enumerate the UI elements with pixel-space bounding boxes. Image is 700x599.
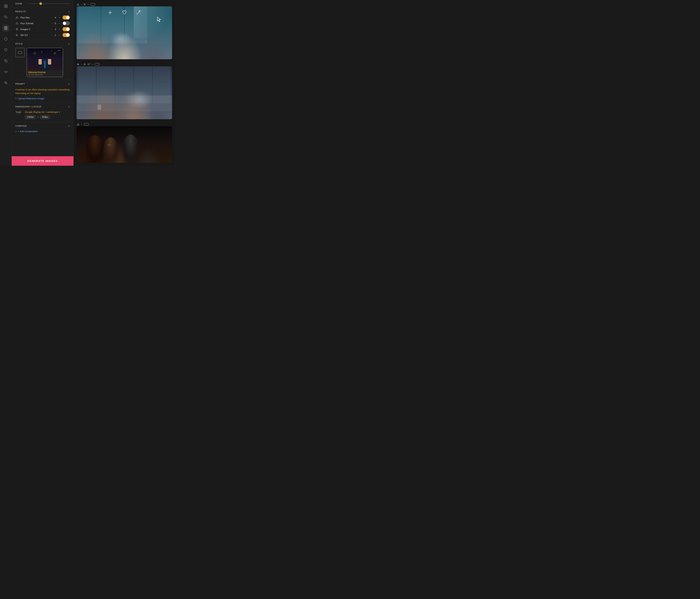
wave-icon[interactable] [3,69,9,75]
document-icon[interactable] [3,25,9,31]
upload-label: Upload Reference Image [18,97,44,100]
image1-overlay-icons [77,10,172,15]
image-placeholder-3 [77,126,172,163]
zoom-slider[interactable] [27,3,70,4]
svg-rect-24 [95,63,100,66]
pill-icon-2 [95,63,100,66]
flux-dev-count: − 4 + [50,16,61,19]
copy-icon[interactable] [3,58,9,64]
flux-dev-increment[interactable]: + [58,16,61,19]
heart-icon[interactable] [3,47,9,53]
zoom-label: ZOOM [15,3,24,5]
sd35-count: − 1 + [50,34,61,36]
style-card-name: Editorial Portrait [28,71,61,74]
svg-line-22 [140,11,141,11]
add-composition-link[interactable]: + + Add Composition [15,130,70,133]
slider-icon[interactable] [3,79,9,86]
image-placeholder-2 [77,66,172,119]
style-header: STYLE ∧ [15,42,70,45]
sd35-increment[interactable]: + [58,34,61,36]
svg-marker-15 [16,22,18,24]
svg-point-3 [5,17,5,17]
imagen2-toggle[interactable] [62,27,70,31]
svg-line-21 [140,10,140,11]
svg-rect-9 [5,60,7,62]
flux-dev-toggle[interactable] [62,16,70,20]
svg-rect-18 [91,3,95,5]
style-card-image: 1 GT [27,48,63,70]
compose-header: COMPOSE ∧ [15,125,70,127]
compose-chevron[interactable]: ∧ [68,125,70,127]
style-editorial-portrait[interactable]: 1 GT Editorial Portrait by Jed Jacobsohn [27,48,63,77]
image-group-2: + S· 0P + [77,63,172,119]
imagen2-value: 3 [54,28,57,31]
sd35-decrement[interactable]: − [50,34,53,36]
wand-icon-1[interactable] [136,10,141,15]
tag-icon[interactable] [3,14,9,20]
prompt-section: PROMPT ∧ A woman in an office showing co… [12,80,73,103]
generate-button[interactable]: GENERATE IMAGES [12,156,73,166]
flux-dev-decrement[interactable]: − [50,16,53,19]
target-label: Target [15,111,23,114]
dimensions-section: DIMENSIONS / LOCKUP ∧ Target Google Disp… [12,103,73,122]
imagen2-increment[interactable]: + [58,28,61,31]
image-card-1[interactable] [77,6,172,59]
tri-icon-3 [77,123,79,126]
svg-marker-14 [16,17,18,18]
prompt-chevron[interactable]: ∧ [68,82,70,85]
image1-top-bar: » S· + [77,3,172,6]
image-card-3[interactable] [77,126,172,163]
dimensions-chevron[interactable]: ∧ [68,105,70,108]
add-icon-1[interactable] [107,10,112,15]
left-panel: ZOOM RESULTS ∧ Flux Dev − 4 + [12,0,74,166]
svg-marker-8 [4,38,7,41]
dimension-size-row: 1200px x 628px [25,115,70,119]
pill-icon-3 [84,123,89,126]
flux-dev-icon [15,16,19,19]
compose-section: COMPOSE ∧ + + Add Composition [12,122,73,135]
style-badge: 1 GT [56,49,61,52]
svg-rect-2 [6,6,7,8]
layout-icon[interactable] [3,3,9,9]
x-separator: x [38,116,39,118]
image3-top-bar: + [77,123,172,126]
style-none-option[interactable] [15,48,25,57]
image-group-1: » S· + [77,3,172,59]
dimensions-title: DIMENSIONS / LOCKUP [15,105,42,108]
svg-rect-0 [4,5,6,8]
table-surface [77,96,172,111]
flux-schnell-toggle[interactable] [62,21,70,25]
0p-label-2: 0P [88,63,91,66]
flux-dev-name: Flux Dev [20,16,48,19]
width-box[interactable]: 1200px [25,115,36,119]
flux-schnell-count: − 0 + [50,22,61,25]
imagen2-count: − 3 + [50,28,61,31]
add-plus-icon: + [15,130,17,133]
style-chevron[interactable]: ∧ [68,42,70,45]
laptop-glow [110,31,132,46]
arr-icon-1: » [81,3,82,6]
svg-line-23 [140,12,140,12]
heart-overlay-icon-1[interactable] [122,10,127,15]
style-section: STYLE ∧ [12,40,73,80]
target-select[interactable]: Google Display Ad - Landscape ▾ [25,111,60,114]
results-chevron[interactable]: ∧ [68,10,70,13]
style-title: STYLE [15,43,23,45]
flux-schnell-increment[interactable]: + [58,22,61,25]
model-row-flux-schnell: Flux Schnell − 0 + [15,21,70,25]
flux-schnell-decrement[interactable]: − [50,22,53,25]
flux-schnell-icon [15,22,19,25]
results-header: RESULTS ∧ [15,10,70,13]
prompt-text[interactable]: A woman in an office showing coworkers s… [15,88,70,95]
upload-reference-link[interactable]: + Upload Reference Image [15,97,70,100]
hexagon-icon[interactable] [3,36,9,42]
model-row-imagen2: Imagen 2 − 3 + [15,27,70,31]
image-card-2[interactable] [77,66,172,119]
height-box[interactable]: 628px [40,115,50,119]
flux-schnell-value: 0 [54,22,57,25]
imagen2-decrement[interactable]: − [50,28,53,31]
spark-icon-2 [77,63,79,66]
prompt-title: PROMPT [15,83,25,85]
add-label: + Add Composition [18,130,38,133]
sd35-toggle[interactable] [62,33,70,37]
